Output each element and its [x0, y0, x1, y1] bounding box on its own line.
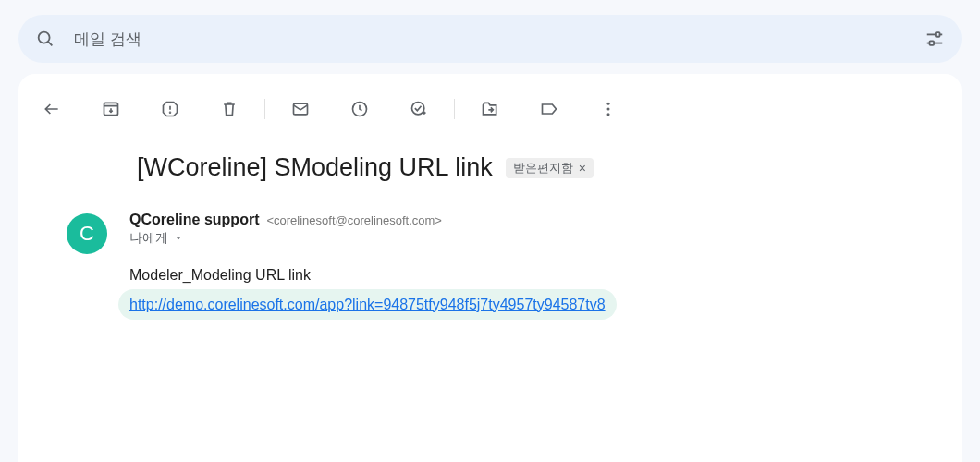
email-header: [WCoreline] SModeling URL link 받은편지함 × — [18, 142, 962, 208]
email-meta: C QCoreline support <corelinesoft@coreli… — [18, 208, 962, 320]
subject-text: [WCoreline] SModeling URL link — [137, 153, 493, 182]
search-bar[interactable]: 메일 검색 — [18, 15, 962, 63]
svg-point-9 — [170, 112, 171, 113]
move-to-button[interactable] — [472, 91, 508, 128]
svg-rect-5 — [930, 41, 935, 45]
sender-row: QCoreline support <corelinesoft@coreline… — [129, 212, 962, 228]
toolbar-divider — [264, 99, 265, 119]
email-body: Modeler_Modeling URL link http://demo.co… — [129, 247, 962, 320]
toolbar-divider — [454, 99, 455, 119]
svg-point-0 — [39, 32, 50, 43]
svg-line-1 — [48, 42, 52, 45]
email-content-card: [WCoreline] SModeling URL link 받은편지함 × C… — [18, 74, 962, 462]
svg-point-14 — [607, 108, 610, 111]
search-options-icon[interactable] — [925, 29, 945, 49]
delete-button[interactable] — [211, 91, 248, 128]
svg-point-12 — [412, 103, 424, 115]
body-link[interactable]: http://demo.corelinesoft.com/app?link=94… — [118, 289, 617, 321]
sender-email: <corelinesoft@corelinesoft.com> — [266, 213, 442, 227]
remove-label-icon[interactable]: × — [579, 161, 586, 176]
archive-button[interactable] — [92, 91, 129, 128]
svg-rect-4 — [936, 32, 940, 37]
snooze-button[interactable] — [341, 91, 378, 128]
svg-point-15 — [607, 113, 610, 116]
svg-point-13 — [607, 103, 610, 105]
subject-line: [WCoreline] SModeling URL link 받은편지함 × — [137, 153, 962, 182]
action-toolbar — [18, 74, 962, 142]
sender-name: QCoreline support — [129, 212, 259, 228]
avatar-initial: C — [80, 222, 94, 246]
inbox-label-chip[interactable]: 받은편지함 × — [506, 158, 594, 178]
search-input-placeholder: 메일 검색 — [74, 29, 925, 50]
more-button[interactable] — [590, 91, 627, 128]
back-button[interactable] — [33, 91, 70, 128]
sender-avatar[interactable]: C — [67, 213, 107, 254]
mark-unread-button[interactable] — [282, 91, 319, 128]
details-dropdown-icon[interactable] — [174, 234, 183, 243]
recipient-row[interactable]: 나에게 — [129, 230, 962, 247]
recipient-text: 나에게 — [129, 230, 168, 247]
spam-button[interactable] — [152, 91, 189, 128]
search-icon — [35, 29, 55, 49]
label-button[interactable] — [531, 91, 568, 128]
label-text: 받은편지함 — [513, 160, 573, 176]
body-text-line: Modeler_Modeling URL link — [129, 263, 962, 287]
sender-info: QCoreline support <corelinesoft@coreline… — [129, 212, 962, 320]
add-task-button[interactable] — [400, 91, 437, 128]
